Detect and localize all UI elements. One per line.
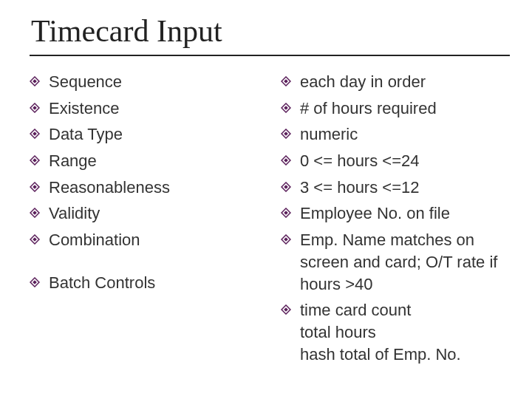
left-item: Combination [30,229,251,251]
left-item-label: Reasonableness [49,177,251,199]
title-underline [30,55,510,56]
right-column: each day in order# of hours requirednume… [281,71,510,369]
right-item: 0 <= hours <=24 [281,150,510,172]
left-item-label: Existence [49,98,251,120]
left-item: Data Type [30,123,251,146]
left-item: Reasonableness [30,177,251,199]
bullet-icon [30,277,40,287]
left-after-gap-item-label: Batch Controls [49,272,251,294]
right-item: each day in order [281,71,510,93]
right-item-label: Emp. Name matches on screen and card; O/… [300,229,510,295]
left-list-after-gap: Batch Controls [30,272,251,294]
left-after-gap-item: Batch Controls [30,272,251,294]
right-item-label: Employee No. on file [300,202,510,225]
bullet-icon [30,129,40,139]
bullet-icon [30,155,40,166]
bullet-icon [281,304,291,315]
right-item: # of hours required [281,98,510,120]
right-item-label: time card counttotal hourshash total of … [300,299,510,365]
right-item-label: 0 <= hours <=24 [300,150,510,172]
bullet-icon [30,182,40,192]
right-item-label: numeric [300,123,510,146]
left-item-label: Data Type [49,123,251,146]
content-columns: SequenceExistenceData TypeRangeReasonabl… [30,71,510,369]
bullet-icon [30,208,40,218]
left-item-label: Sequence [49,71,251,93]
left-item: Range [30,150,251,172]
left-item-label: Combination [49,229,251,251]
bullet-icon [281,182,291,192]
slide: Timecard Input SequenceExistenceData Typ… [0,0,532,399]
left-item-label: Range [49,150,251,172]
right-item-label: each day in order [300,71,510,93]
bullet-icon [30,103,40,113]
right-item: numeric [281,123,510,146]
slide-title: Timecard Input [31,13,510,49]
right-item-label: # of hours required [300,98,510,120]
bullet-icon [281,155,291,166]
left-item: Existence [30,98,251,120]
right-item: 3 <= hours <=12 [281,177,510,199]
right-item-label: 3 <= hours <=12 [300,177,510,199]
left-item-label: Validity [49,202,251,225]
left-item: Sequence [30,71,251,93]
left-item: Validity [30,202,251,225]
right-item: Employee No. on file [281,202,510,225]
right-item: Emp. Name matches on screen and card; O/… [281,229,510,295]
bullet-icon [281,76,291,86]
bullet-icon [281,234,291,245]
list-gap [30,256,251,272]
left-list: SequenceExistenceData TypeRangeReasonabl… [30,71,251,251]
right-item: time card counttotal hourshash total of … [281,299,510,365]
bullet-icon [30,76,40,86]
right-list: each day in order# of hours requirednume… [281,71,510,365]
bullet-icon [281,208,291,218]
bullet-icon [30,234,40,245]
left-column: SequenceExistenceData TypeRangeReasonabl… [30,71,251,369]
bullet-icon [281,103,291,113]
bullet-icon [281,129,291,139]
